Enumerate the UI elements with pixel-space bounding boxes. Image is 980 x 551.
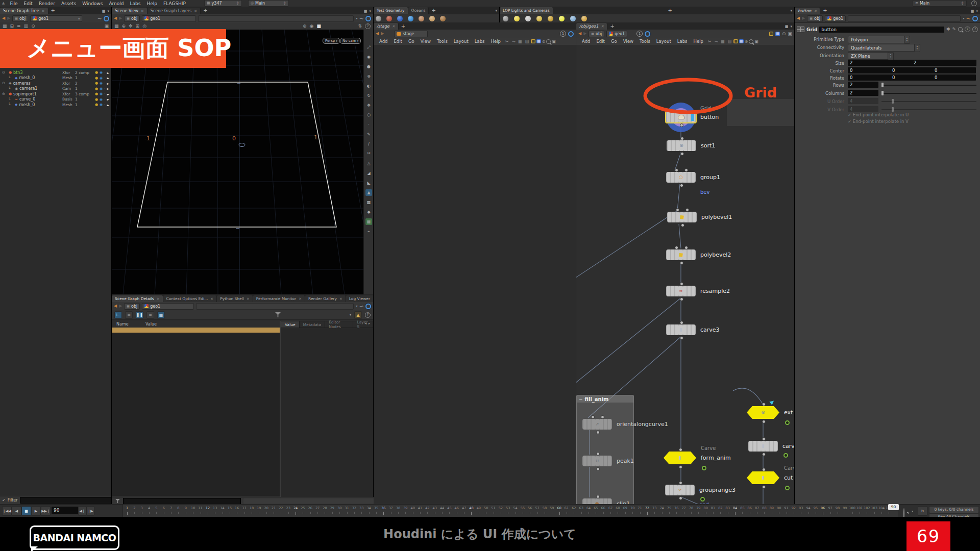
- tab-log-viewer[interactable]: Log Viewer✕: [346, 295, 373, 302]
- ruler-frame-14[interactable]: 14: [220, 506, 224, 510]
- visibility-icon[interactable]: ◉: [100, 87, 103, 91]
- node-body[interactable]: ∪: [582, 456, 612, 466]
- close-icon[interactable]: ✕: [210, 297, 213, 301]
- ruler-frame-48[interactable]: 48: [469, 506, 473, 510]
- ruler-frame-93[interactable]: 93: [799, 506, 803, 510]
- ruler-frame-24[interactable]: 24: [293, 506, 298, 510]
- ruler-frame-21[interactable]: 21: [272, 506, 276, 510]
- menu-labs[interactable]: Labs: [675, 39, 690, 44]
- value-tab-editor-nodes[interactable]: Editor Nodes: [325, 321, 353, 328]
- input-dot[interactable]: [679, 481, 682, 485]
- node-clip1[interactable]: ●clip1: [582, 498, 612, 504]
- tree-collapse-icon[interactable]: ▦: [3, 24, 7, 29]
- stage-network-canvas[interactable]: [374, 45, 576, 504]
- cook-flag-icon[interactable]: ●: [95, 87, 98, 91]
- viewport-tool-icon-11[interactable]: ¹²: [365, 151, 372, 157]
- node-body[interactable]: ≈: [666, 286, 696, 296]
- back-button[interactable]: ◀: [797, 16, 800, 20]
- input-dot[interactable]: [675, 168, 678, 172]
- cook-flag-icon[interactable]: ●: [95, 81, 98, 85]
- tab-render-gallery[interactable]: Render Gallery✕: [305, 295, 346, 302]
- tree-row-sopimport1[interactable]: ⊖●sopimport1Xfor3 comp●◉·►: [0, 91, 111, 97]
- node-ext[interactable]: ⊛ext: [747, 406, 779, 419]
- viewport-tool-icon-8[interactable]: ·: [365, 121, 372, 128]
- ruler-frame-44[interactable]: 44: [440, 506, 444, 510]
- param-field-rows[interactable]: 2: [848, 82, 878, 88]
- ruler-frame-56[interactable]: 56: [528, 506, 532, 510]
- radial-menu-icon[interactable]: [972, 16, 978, 21]
- search-icon[interactable]: [749, 39, 753, 44]
- output-dot[interactable]: [596, 431, 600, 434]
- flag-indicator[interactable]: [783, 453, 788, 458]
- input-dot-2[interactable]: [684, 168, 688, 172]
- badge-1[interactable]: 1: [636, 31, 643, 37]
- cook-flag-icon[interactable]: ●: [95, 103, 98, 107]
- output-dot[interactable]: [681, 223, 684, 227]
- ruler-frame-3[interactable]: 3: [141, 506, 143, 510]
- param-field-u order[interactable]: 4: [848, 98, 878, 104]
- viewport-tool-icon-14[interactable]: ◣: [365, 180, 372, 186]
- tree-expand-icon[interactable]: ⊖: [0, 70, 7, 74]
- help-icon[interactable]: ?: [971, 1, 977, 6]
- ruler-frame-59[interactable]: 59: [550, 506, 554, 510]
- ruler-frame-101[interactable]: 101: [856, 506, 863, 510]
- box-icon[interactable]: ▣: [552, 39, 556, 44]
- menu-tools[interactable]: Tools: [637, 39, 653, 44]
- net-tool-icon-2[interactable]: ▦: [517, 39, 523, 44]
- output-dot[interactable]: [680, 297, 683, 301]
- net-tool-icon-1[interactable]: ⊸: [714, 39, 719, 44]
- menu-labs[interactable]: Labs: [472, 39, 487, 44]
- ruler-frame-16[interactable]: 16: [235, 506, 239, 510]
- list-mode-icon[interactable]: ≡: [125, 311, 133, 319]
- ruler-frame-85[interactable]: 85: [740, 506, 744, 510]
- selected-row[interactable]: [112, 328, 280, 333]
- list-icon[interactable]: ≡: [17, 24, 21, 29]
- close-icon[interactable]: ✕: [299, 297, 302, 301]
- shelf-light-icon-4[interactable]: [548, 16, 553, 21]
- viewport-tool-icon-7[interactable]: ⬡: [365, 112, 372, 118]
- cook-flag-icon[interactable]: ●: [95, 70, 98, 74]
- ruler-frame-58[interactable]: 58: [543, 506, 547, 510]
- ruler-frame-55[interactable]: 55: [521, 506, 525, 510]
- param-field-center-2[interactable]: 0: [933, 67, 976, 73]
- slider-track-v order[interactable]: [881, 109, 976, 110]
- slider-handle-columns[interactable]: [881, 91, 884, 95]
- ruler-frame-26[interactable]: 26: [308, 506, 312, 510]
- menu-file[interactable]: File: [7, 1, 20, 6]
- ruler-frame-87[interactable]: 87: [755, 506, 759, 510]
- node-peak1[interactable]: ∪peak1: [582, 456, 612, 466]
- slider-handle-v order[interactable]: [892, 107, 894, 112]
- menu-assets[interactable]: Assets: [58, 1, 79, 6]
- select-cursor-icon[interactable]: ►: [107, 103, 109, 107]
- flag-indicator[interactable]: [785, 486, 790, 490]
- param-field-size-0[interactable]: 2: [848, 60, 913, 66]
- columns-icon[interactable]: ▥: [24, 24, 29, 29]
- node-orientalongcurve1[interactable]: ↗orientalongcurve1: [582, 419, 612, 430]
- back-button[interactable]: ◀: [376, 32, 379, 36]
- ruler-frame-39[interactable]: 39: [403, 506, 407, 510]
- ruler-frame-28[interactable]: 28: [323, 506, 327, 510]
- shelf-light-icon-0[interactable]: [503, 16, 508, 21]
- input-dot[interactable]: [680, 321, 683, 324]
- ruler-frame-29[interactable]: 29: [330, 506, 334, 510]
- jump-end-button[interactable]: ▶▶❘: [41, 506, 51, 516]
- ruler-frame-42[interactable]: 42: [425, 506, 429, 510]
- ruler-frame-69[interactable]: 69: [623, 506, 627, 510]
- ruler-frame-103[interactable]: 103: [871, 506, 877, 510]
- node-carv[interactable]: ▮carv: [748, 441, 778, 452]
- input-dot[interactable]: [676, 208, 679, 212]
- node-body[interactable]: ↗: [582, 419, 612, 430]
- ruler-frame-60[interactable]: 60: [557, 506, 561, 510]
- forward-button[interactable]: ▶: [7, 16, 10, 20]
- input-dot-2[interactable]: [685, 208, 689, 212]
- tree-expand-icon[interactable]: └: [0, 76, 13, 80]
- output-dot[interactable]: [680, 261, 683, 265]
- tab-scene-view[interactable]: Scene View✕: [112, 8, 148, 14]
- ruler-frame-99[interactable]: 99: [843, 506, 847, 510]
- node-polybevel2[interactable]: ■polybevel2: [666, 249, 696, 260]
- node-body[interactable]: ▮: [747, 471, 779, 484]
- viewport-tool-icon-6[interactable]: ✥: [365, 102, 372, 109]
- grid-mode-icon[interactable]: ▦: [157, 311, 165, 319]
- ruler-frame-94[interactable]: 94: [806, 506, 810, 510]
- tree-mode-icon[interactable]: ⊢: [114, 311, 122, 319]
